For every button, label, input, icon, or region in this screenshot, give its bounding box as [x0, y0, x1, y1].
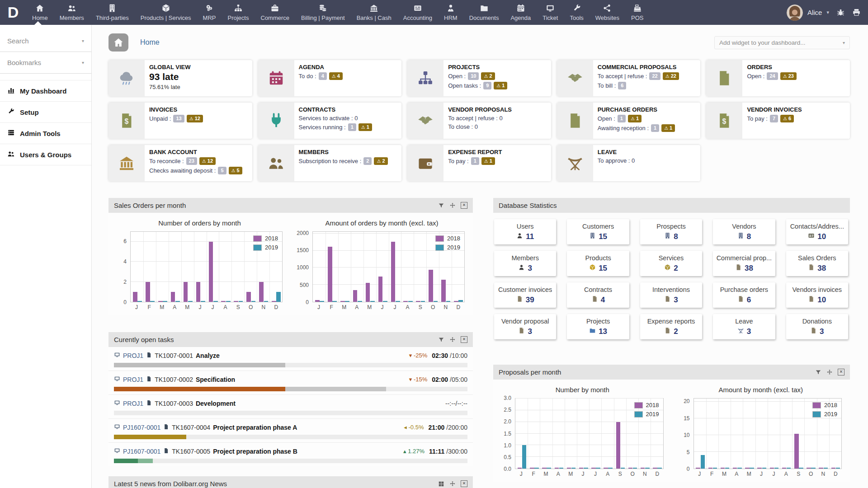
- widget-expense-report[interactable]: EXPENSE REPORTTo pay :1⚠1: [407, 145, 551, 181]
- nav-item-documents[interactable]: Documents: [463, 0, 505, 25]
- warning-badge[interactable]: ⚠5: [229, 167, 242, 174]
- stat-expense-reports[interactable]: Expense reports2: [640, 314, 702, 339]
- home-icon[interactable]: [108, 33, 128, 52]
- nav-item-websites[interactable]: Websites: [590, 0, 625, 25]
- bookmarks-select[interactable]: Bookmarks ▾: [0, 52, 91, 74]
- close-icon[interactable]: ×: [461, 202, 467, 209]
- warning-badge[interactable]: ⚠12: [199, 157, 216, 165]
- task-ref[interactable]: TK1007-0003: [155, 400, 193, 407]
- count-badge[interactable]: 2: [363, 157, 372, 165]
- count-badge[interactable]: 13: [173, 115, 184, 122]
- sidebar-item-setup[interactable]: Setup: [0, 102, 91, 123]
- widget-members[interactable]: MEMBERSSubscription to receive :2⚠2: [258, 145, 402, 181]
- nav-item-banks-cash[interactable]: Banks | Cash: [351, 0, 397, 25]
- stat-contracts[interactable]: Contracts4: [567, 282, 629, 308]
- task-ref[interactable]: TK1007-0002: [155, 376, 193, 383]
- stat-prospects[interactable]: Prospects8: [640, 219, 702, 244]
- count-badge[interactable]: 4: [319, 72, 327, 80]
- stat-commercial-prop[interactable]: Commercial prop...38: [713, 251, 775, 276]
- count-badge[interactable]: 1: [651, 124, 659, 132]
- nav-item-ticket[interactable]: Ticket: [537, 0, 564, 25]
- stat-customer-invoices[interactable]: Customer invoices39: [494, 282, 556, 308]
- funnel-icon[interactable]: [438, 202, 444, 209]
- count-badge[interactable]: 6: [618, 82, 626, 89]
- project-ref[interactable]: PROJ1: [123, 400, 143, 407]
- task-name[interactable]: Specification: [196, 376, 235, 383]
- task-name[interactable]: Development: [196, 400, 236, 407]
- widget-purchase-orders[interactable]: PURCHASE ORDERSOpen :1⚠1Awaiting recepti…: [557, 103, 701, 139]
- warning-badge[interactable]: ⚠2: [374, 157, 387, 165]
- close-icon[interactable]: ×: [461, 336, 467, 343]
- warning-badge[interactable]: ⚠1: [661, 124, 675, 132]
- add-widget-select[interactable]: Add widget to your dashboard... ▾: [714, 36, 850, 49]
- stat-vendors-invoices[interactable]: Vendors invoices10: [786, 282, 848, 308]
- stat-sales-orders[interactable]: Sales Orders38: [786, 251, 848, 276]
- task-name[interactable]: Analyze: [196, 352, 220, 359]
- widget-commercial-proposals[interactable]: COMMERCIAL PROPOSALSTo accept | refuse :…: [557, 60, 701, 96]
- avatar[interactable]: [787, 5, 803, 21]
- stat-products[interactable]: Products15: [567, 251, 629, 276]
- stat-vendor-proposal[interactable]: Vendor proposal3: [494, 314, 556, 339]
- nav-item-pos[interactable]: POS: [625, 0, 649, 25]
- stat-leave[interactable]: Leave3: [713, 314, 775, 339]
- stat-contacts-addres[interactable]: Contacts/Addres...10: [786, 219, 848, 244]
- nav-item-members[interactable]: Members: [54, 0, 90, 25]
- nav-item-accounting[interactable]: Accounting: [397, 0, 438, 25]
- printer-icon[interactable]: [852, 8, 861, 17]
- project-ref[interactable]: PJ1607-0001: [123, 448, 160, 455]
- project-ref[interactable]: PJ1607-0001: [123, 424, 160, 431]
- count-badge[interactable]: 7: [770, 115, 778, 122]
- sidebar-item-my-dashboard[interactable]: My Dashboard: [0, 80, 91, 102]
- count-badge[interactable]: 1: [348, 123, 356, 131]
- stat-interventions[interactable]: Interventions3: [640, 282, 702, 308]
- widget-vendor-proposals[interactable]: VENDOR PROPOSALSTo accept | refuse : 0To…: [407, 103, 551, 139]
- widget-contracts[interactable]: CONTRACTSServices to activate : 0Service…: [258, 103, 402, 139]
- nav-item-tools[interactable]: Tools: [564, 0, 589, 25]
- widget-agenda[interactable]: AGENDATo do :4⚠4: [258, 60, 402, 96]
- move-icon[interactable]: [449, 202, 456, 209]
- grid-icon[interactable]: [438, 481, 444, 487]
- warning-badge[interactable]: ⚠1: [628, 115, 642, 122]
- task-name[interactable]: Project preparation phase A: [213, 424, 297, 431]
- page-title[interactable]: Home: [140, 38, 160, 47]
- task-ref[interactable]: TK1607-0005: [172, 448, 210, 455]
- warning-badge[interactable]: ⚠1: [359, 123, 372, 131]
- funnel-icon[interactable]: [815, 369, 821, 375]
- project-ref[interactable]: PROJ1: [123, 376, 143, 383]
- nav-item-projects[interactable]: Projects: [222, 0, 255, 25]
- stat-purchase-orders[interactable]: Purchase orders6: [713, 282, 775, 308]
- task-name[interactable]: Project preparation phase B: [213, 448, 297, 455]
- warning-badge[interactable]: ⚠6: [780, 115, 794, 122]
- project-ref[interactable]: PROJ1: [123, 352, 143, 359]
- widget-bank-account[interactable]: BANK ACCOUNTTo reconcile :23⚠12Checks aw…: [108, 145, 252, 181]
- warning-badge[interactable]: ⚠4: [329, 72, 343, 80]
- widget-global-view[interactable]: GLOBAL VIEW93 late75.61% late: [108, 60, 252, 96]
- count-badge[interactable]: 1: [471, 157, 479, 165]
- nav-item-products-services[interactable]: Products | Services: [135, 0, 197, 25]
- close-icon[interactable]: ×: [838, 369, 844, 375]
- chevron-down-icon[interactable]: ▾: [826, 9, 829, 15]
- move-icon[interactable]: [826, 369, 833, 375]
- nav-item-commerce[interactable]: Commerce: [255, 0, 295, 25]
- widget-orders[interactable]: ORDERSOpen :24⚠23: [706, 60, 850, 96]
- close-icon[interactable]: ×: [461, 480, 467, 487]
- bug-icon[interactable]: [836, 8, 845, 17]
- move-icon[interactable]: [449, 337, 456, 343]
- nav-item-third-parties[interactable]: Third-parties: [90, 0, 135, 25]
- stat-vendors[interactable]: Vendors8: [713, 219, 775, 244]
- stat-donations[interactable]: Donations3: [786, 314, 848, 339]
- task-ref[interactable]: TK1007-0001: [155, 352, 193, 359]
- warning-badge[interactable]: ⚠22: [663, 72, 679, 80]
- nav-item-mrp[interactable]: MRP: [197, 0, 222, 25]
- nav-item-agenda[interactable]: Agenda: [505, 0, 537, 25]
- count-badge[interactable]: 23: [186, 157, 197, 165]
- funnel-icon[interactable]: [438, 337, 444, 343]
- count-badge[interactable]: 24: [767, 72, 778, 80]
- sidebar-item-users-groups[interactable]: Users & Groups: [0, 144, 91, 165]
- search-input[interactable]: Search ▾: [0, 30, 91, 52]
- stat-projects[interactable]: Projects13: [567, 314, 629, 339]
- widget-projects[interactable]: PROJECTSOpen :10⚠2Open tasks :9⚠1: [407, 60, 551, 96]
- count-badge[interactable]: 10: [468, 72, 479, 80]
- warning-badge[interactable]: ⚠2: [481, 72, 495, 80]
- warning-badge[interactable]: ⚠23: [780, 72, 797, 80]
